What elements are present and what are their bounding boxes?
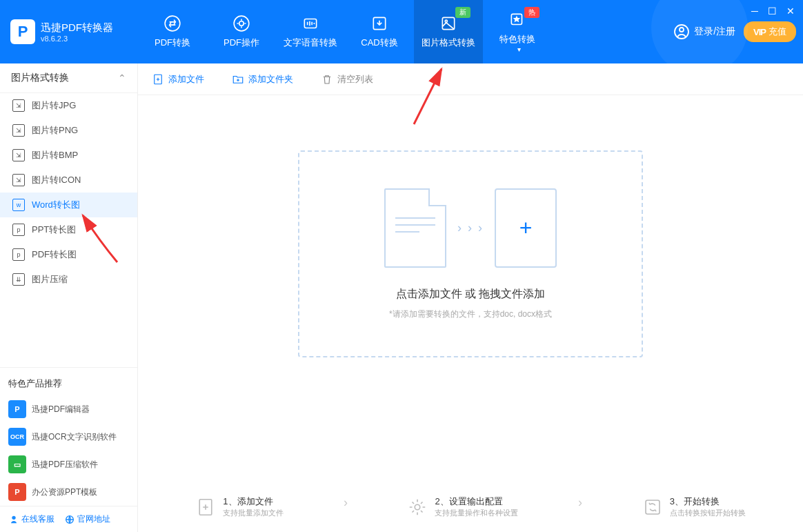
svg-point-2	[239, 21, 244, 26]
file-icon: w	[12, 199, 25, 211]
rec-ocr[interactable]: OCR迅捷OCR文字识别软件	[0, 423, 137, 451]
toolbar: 添加文件 添加文件夹 清空列表	[138, 63, 803, 95]
vip-prefix: VIP	[753, 27, 766, 37]
app-version: v8.6.2.3	[41, 35, 113, 43]
sidebar-item-pdf-long[interactable]: pPDF转长图	[0, 242, 137, 267]
app-header: P 迅捷PDF转换器 v8.6.2.3 PDF转换 PDF操作 文字语音转换 C…	[0, 0, 803, 63]
step-sub: 支持批量添加文件	[223, 508, 284, 518]
sidebar-item-label: Word转长图	[32, 199, 80, 211]
audio-icon	[301, 14, 319, 32]
tab-label: CAD转换	[361, 37, 397, 49]
tab-image-convert[interactable]: 新 图片格式转换	[414, 0, 483, 63]
rec-label: 迅捷PDF压缩软件	[32, 459, 98, 471]
rec-pdf-editor[interactable]: P迅捷PDF编辑器	[0, 395, 137, 423]
badge-new: 新	[455, 7, 470, 18]
add-file-button[interactable]: 添加文件	[152, 73, 204, 86]
file-plus-icon	[152, 73, 164, 86]
btn-label: 添加文件夹	[248, 73, 293, 86]
svg-point-1	[234, 16, 249, 31]
tab-pdf-operate[interactable]: PDF操作	[207, 0, 276, 63]
swap-icon	[163, 14, 181, 32]
compress-icon: ⇊	[12, 273, 25, 286]
btn-label: 添加文件	[168, 73, 204, 86]
step-sub: 点击转换按钮开始转换	[670, 508, 746, 518]
rec-ppt-template[interactable]: P办公资源PPT模板	[0, 478, 137, 506]
file-add-icon	[195, 497, 216, 518]
clear-list-button[interactable]: 清空列表	[321, 73, 373, 86]
sidebar-item-icon[interactable]: ⇲图片转ICON	[0, 168, 137, 193]
document-icon	[384, 188, 446, 268]
step-3: 3、开始转换 点击转换按钮开始转换	[642, 495, 746, 518]
main-panel: 添加文件 添加文件夹 清空列表 › › › + 点击添加文件 或 拖拽文件添加 …	[138, 63, 803, 532]
app-icon: ▭	[8, 455, 26, 473]
online-service-link[interactable]: 在线客服	[8, 513, 54, 525]
chevron-right-icon: ›	[344, 495, 348, 518]
window-controls: ─ ☐ ✕	[751, 6, 795, 17]
file-icon: ⇲	[12, 149, 25, 161]
site-label: 官网地址	[77, 513, 110, 525]
app-logo-icon: P	[10, 19, 35, 44]
tab-label: 图片格式转换	[422, 37, 475, 49]
nav-tabs: PDF转换 PDF操作 文字语音转换 CAD转换 新 图片格式转换 热 特色转换…	[138, 0, 552, 63]
file-icon: p	[12, 248, 25, 261]
sidebar-item-label: 图片转BMP	[32, 149, 78, 161]
tab-pdf-convert[interactable]: PDF转换	[138, 0, 207, 63]
tab-label: PDF转换	[155, 37, 190, 49]
badge-hot: 热	[524, 7, 539, 18]
tab-label: 文字语音转换	[284, 37, 337, 49]
step-1: 1、添加文件 支持批量添加文件	[195, 495, 284, 518]
sidebar-item-compress[interactable]: ⇊图片压缩	[0, 267, 137, 292]
trash-icon	[321, 73, 333, 86]
headset-icon	[8, 514, 19, 525]
settings-icon	[407, 497, 428, 518]
vip-recharge-button[interactable]: VIP 充值	[744, 21, 796, 42]
download-icon	[370, 14, 388, 32]
gear-icon	[232, 14, 250, 32]
drop-zone[interactable]: › › › + 点击添加文件 或 拖拽文件添加 *请添加需要转换的文件，支持do…	[298, 150, 643, 357]
dropzone-subtitle: *请添加需要转换的文件，支持doc, docx格式	[389, 308, 552, 320]
svg-point-0	[165, 16, 180, 31]
sidebar-item-png[interactable]: ⇲图片转PNG	[0, 118, 137, 143]
globe-icon	[64, 514, 75, 525]
step-2: 2、设置输出配置 支持批量操作和各种设置	[407, 495, 518, 518]
app-icon: P	[8, 400, 26, 418]
chevron-down-icon: ▾	[517, 46, 521, 53]
svg-point-14	[415, 504, 421, 510]
tab-special-convert[interactable]: 热 特色转换 ▾	[483, 0, 552, 63]
sidebar-section-title: 图片格式转换	[11, 72, 69, 84]
sidebar-item-word-long[interactable]: wWord转长图	[0, 193, 137, 217]
sidebar-item-ppt-long[interactable]: pPPT转长图	[0, 217, 137, 242]
sidebar-item-jpg[interactable]: ⇲图片转JPG	[0, 93, 137, 118]
maximize-button[interactable]: ☐	[768, 6, 777, 17]
app-icon: OCR	[8, 428, 26, 446]
steps-bar: 1、添加文件 支持批量添加文件 › 2、设置输出配置 支持批量操作和各种设置 ›…	[138, 495, 803, 518]
tab-label: PDF操作	[224, 37, 259, 49]
official-site-link[interactable]: 官网地址	[64, 513, 110, 525]
vip-action: 充值	[769, 26, 786, 38]
tab-cad-convert[interactable]: CAD转换	[345, 0, 414, 63]
sidebar-item-label: 图片转ICON	[32, 174, 81, 186]
sidebar-item-label: PPT转长图	[32, 224, 76, 236]
recommendations-title: 特色产品推荐	[0, 367, 137, 395]
plus-box-icon: +	[495, 188, 557, 268]
rec-pdf-compress[interactable]: ▭迅捷PDF压缩软件	[0, 451, 137, 478]
file-icon: ⇲	[12, 124, 25, 137]
tab-text-audio[interactable]: 文字语音转换	[276, 0, 345, 63]
close-button[interactable]: ✕	[786, 6, 795, 17]
add-folder-button[interactable]: 添加文件夹	[232, 73, 293, 86]
sidebar-section-header[interactable]: 图片格式转换 ⌃	[0, 63, 137, 93]
rec-label: 迅捷PDF编辑器	[32, 404, 90, 415]
minimize-button[interactable]: ─	[751, 6, 758, 17]
rec-label: 迅捷OCR文字识别软件	[32, 431, 117, 443]
service-label: 在线客服	[21, 513, 54, 525]
app-name: 迅捷PDF转换器	[41, 21, 113, 35]
app-icon: P	[8, 483, 26, 501]
svg-rect-15	[646, 500, 660, 514]
dropzone-title: 点击添加文件 或 拖拽文件添加	[396, 287, 546, 302]
step-title: 2、设置输出配置	[435, 495, 518, 508]
tab-label: 特色转换	[499, 33, 535, 46]
step-title: 3、开始转换	[670, 495, 746, 508]
file-icon: ⇲	[12, 174, 25, 186]
sidebar-item-bmp[interactable]: ⇲图片转BMP	[0, 143, 137, 168]
file-icon: ⇲	[12, 99, 25, 112]
